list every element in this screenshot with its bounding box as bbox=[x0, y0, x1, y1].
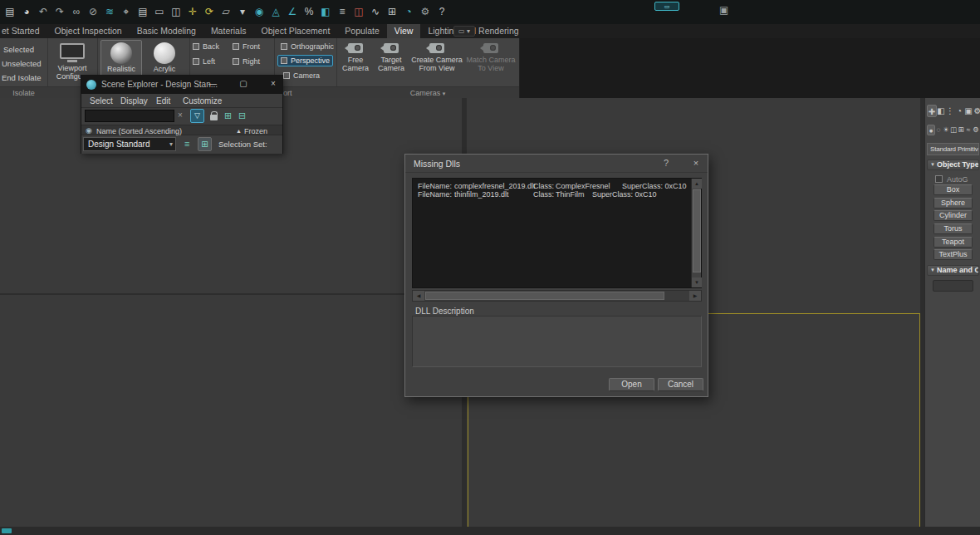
utilities-tab-icon[interactable]: ⚙ bbox=[973, 105, 980, 117]
perspective-button[interactable]: Perspective bbox=[277, 55, 333, 66]
render-setup-icon[interactable]: ⚙ bbox=[418, 4, 433, 19]
cylinder-button[interactable]: Cylinder bbox=[933, 210, 973, 221]
layers-icon[interactable]: ≡ bbox=[184, 139, 189, 149]
tab-object-inspection[interactable]: Object Inspection bbox=[47, 24, 130, 38]
scroll-down-icon[interactable]: ▼ bbox=[692, 277, 702, 287]
close-icon[interactable]: × bbox=[267, 79, 280, 88]
redo-icon[interactable]: ↷ bbox=[52, 4, 67, 19]
missing-dll-list[interactable]: FileName: complexfresnel_2019.dlt Class:… bbox=[412, 178, 702, 288]
name-column-header[interactable]: Name (Sorted Ascending) bbox=[96, 127, 182, 135]
crossing-selection-icon[interactable]: ◫ bbox=[169, 4, 184, 19]
systems-category-icon[interactable]: ⚙ bbox=[972, 125, 980, 135]
tab-object-placement[interactable]: Object Placement bbox=[253, 24, 337, 38]
orthographic-button[interactable]: Orthographic bbox=[277, 41, 337, 52]
sphere-button[interactable]: Sphere bbox=[933, 198, 973, 209]
tab-get-started[interactable]: et Started bbox=[0, 24, 47, 38]
left-view-button[interactable]: Left bbox=[193, 57, 215, 66]
dialog-titlebar[interactable]: Missing Dlls ? × bbox=[405, 155, 708, 173]
grid-view-icon[interactable]: ⊞ bbox=[198, 137, 212, 151]
horizontal-viewport-splitter[interactable] bbox=[0, 293, 462, 295]
frozen-column-header[interactable]: Frozen bbox=[244, 127, 267, 135]
application-menu-icon[interactable]: ▤ bbox=[2, 4, 17, 19]
angle-snap-icon[interactable]: ∠ bbox=[285, 4, 300, 19]
camera-view-button[interactable]: Camera bbox=[280, 70, 323, 81]
align-icon[interactable]: ≡ bbox=[335, 4, 350, 19]
minimize-icon[interactable]: — bbox=[206, 79, 219, 88]
right-view-button[interactable]: Right bbox=[233, 57, 260, 66]
tab-view[interactable]: View bbox=[387, 24, 421, 38]
filter-icon[interactable]: ▽ bbox=[190, 109, 204, 123]
selected-button[interactable]: Selected bbox=[3, 45, 34, 54]
menu-customize[interactable]: Customize bbox=[183, 96, 222, 106]
create-camera-from-view-button[interactable]: Create Camera From View bbox=[410, 40, 463, 72]
close-icon[interactable]: × bbox=[689, 158, 703, 168]
textplus-button[interactable]: TextPlus bbox=[933, 249, 973, 260]
autogrid-checkbox[interactable] bbox=[935, 175, 943, 183]
bind-spacewarp-icon[interactable]: ≋ bbox=[102, 4, 117, 19]
scrollbar-thumb[interactable] bbox=[425, 292, 664, 300]
search-input[interactable] bbox=[85, 110, 174, 122]
object-type-rollout[interactable]: ▼Object Type bbox=[927, 160, 979, 170]
maximize-icon[interactable]: ▢ bbox=[237, 79, 250, 88]
object-name-field[interactable] bbox=[933, 280, 973, 292]
open-button[interactable]: Open bbox=[609, 378, 654, 391]
scroll-left-icon[interactable]: ◀ bbox=[413, 291, 424, 301]
target-camera-button[interactable]: Target Camera bbox=[374, 40, 409, 72]
ribbon-minimize-icon[interactable]: ▭ ▾ bbox=[453, 26, 475, 37]
unselected-button[interactable]: Unselected bbox=[2, 59, 42, 68]
name-and-color-rollout[interactable]: ▼Name and Co bbox=[927, 265, 979, 276]
select-scale-icon[interactable]: ▱ bbox=[218, 4, 233, 19]
menu-select[interactable]: Select bbox=[90, 96, 113, 106]
select-by-name-icon[interactable]: ▤ bbox=[135, 4, 150, 19]
select-move-icon[interactable]: ✛ bbox=[185, 4, 200, 19]
tab-basic-modeling[interactable]: Basic Modeling bbox=[130, 24, 203, 38]
column-chooser-icon[interactable]: ⊞ bbox=[224, 110, 232, 121]
select-rotate-icon[interactable]: ⟳ bbox=[202, 4, 217, 19]
unlink-icon[interactable]: ⊘ bbox=[86, 4, 100, 19]
vertical-scrollbar[interactable]: ▲ ▼ bbox=[691, 179, 701, 287]
coordinate-dropdown-icon[interactable]: ▾ bbox=[235, 4, 250, 19]
mirror-icon[interactable]: ◧ bbox=[318, 4, 333, 19]
dll-list-row[interactable]: FileName: thinfilm_2019.dlt Class: ThinF… bbox=[413, 190, 687, 199]
back-view-button[interactable]: Back bbox=[193, 42, 219, 51]
maxscript-mini-listener-icon[interactable] bbox=[2, 528, 12, 533]
tab-materials[interactable]: Materials bbox=[203, 24, 254, 38]
torus-button[interactable]: Torus bbox=[933, 223, 973, 234]
curve-editor-icon[interactable]: ∿ bbox=[368, 4, 383, 19]
percent-snap-icon[interactable]: % bbox=[301, 4, 316, 19]
tab-populate[interactable]: Populate bbox=[337, 24, 386, 38]
lock-icon[interactable] bbox=[210, 115, 218, 120]
explorer-settings-icon[interactable]: ⊟ bbox=[238, 110, 246, 121]
end-isolate-button[interactable]: End Isolate bbox=[2, 73, 42, 82]
horizontal-scrollbar[interactable]: ◀ ▶ bbox=[412, 290, 702, 302]
snap-toggle-icon[interactable]: ◬ bbox=[268, 4, 283, 19]
menu-display[interactable]: Display bbox=[120, 96, 148, 106]
schematic-view-icon[interactable]: ⊞ bbox=[385, 4, 399, 19]
scene-explorer-titlebar[interactable]: Scene Explorer - Design Stan... — ▢ × bbox=[81, 76, 282, 94]
front-view-button[interactable]: Front bbox=[233, 42, 260, 51]
scroll-right-icon[interactable]: ▶ bbox=[689, 291, 701, 301]
workspace-indicator[interactable]: ▭ bbox=[654, 2, 679, 11]
material-editor-icon[interactable]: ◔ bbox=[401, 4, 416, 19]
select-object-icon[interactable]: ⌖ bbox=[119, 4, 134, 19]
help-icon[interactable]: ? bbox=[434, 4, 449, 19]
viewport-bottom-left[interactable] bbox=[0, 295, 462, 527]
box-button[interactable]: Box bbox=[933, 184, 973, 195]
menu-edit[interactable]: Edit bbox=[156, 96, 170, 106]
cancel-button[interactable]: Cancel bbox=[658, 378, 703, 391]
dll-list-row[interactable]: FileName: complexfresnel_2019.dlt Class:… bbox=[413, 182, 687, 190]
cameras-panel-label[interactable]: Cameras ▾ bbox=[336, 89, 519, 97]
teapot-icon[interactable]: ◕ bbox=[19, 4, 34, 19]
primitive-category-select[interactable]: Standard Primitive bbox=[927, 143, 979, 155]
scrollbar-thumb[interactable] bbox=[693, 189, 701, 272]
layer-combo[interactable]: Design Standard ▾ bbox=[83, 137, 176, 151]
undo-icon[interactable]: ↶ bbox=[36, 4, 51, 19]
select-link-icon[interactable]: ∞ bbox=[69, 4, 84, 19]
free-camera-button[interactable]: Free Camera bbox=[339, 40, 372, 72]
viewport-layout-icon[interactable]: ▣ bbox=[719, 4, 728, 16]
pivot-center-icon[interactable]: ◉ bbox=[252, 4, 267, 19]
rectangle-selection-icon[interactable]: ▭ bbox=[152, 4, 167, 19]
scroll-up-icon[interactable]: ▲ bbox=[692, 179, 702, 189]
scene-explorer-toggle-icon[interactable]: ◫ bbox=[351, 4, 366, 19]
teapot-button[interactable]: Teapot bbox=[933, 237, 973, 248]
